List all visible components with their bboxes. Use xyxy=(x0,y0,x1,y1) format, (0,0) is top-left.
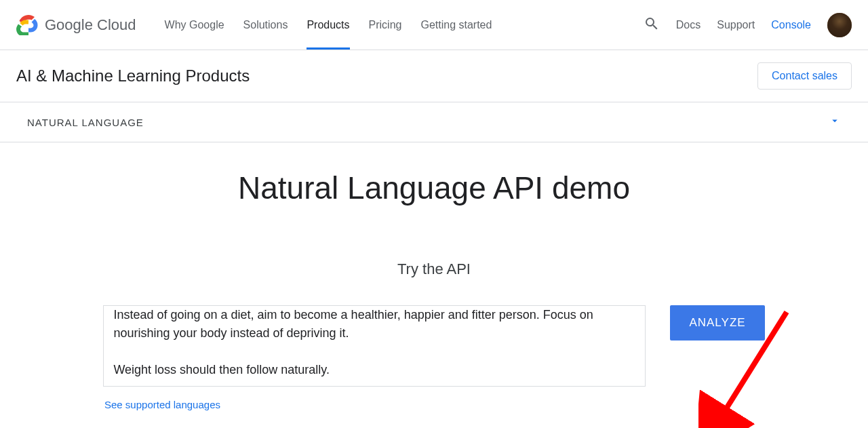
demo-textarea[interactable] xyxy=(103,305,646,387)
logo-group[interactable]: Google Cloud xyxy=(16,15,136,35)
search-icon[interactable] xyxy=(644,16,660,35)
nav-why-google[interactable]: Why Google xyxy=(155,0,234,50)
primary-nav: Why Google Solutions Products Pricing Ge… xyxy=(155,0,502,50)
header-right: Docs Support Console xyxy=(644,13,852,37)
supported-languages-wrap: See supported languages xyxy=(0,389,868,410)
main-header: Google Cloud Why Google Solutions Produc… xyxy=(0,0,868,50)
analyze-button[interactable]: ANALYZE xyxy=(670,305,764,341)
textarea-wrap xyxy=(103,305,646,389)
brand-text: Google Cloud xyxy=(45,16,136,34)
subheader-title: AI & Machine Learning Products xyxy=(16,66,250,85)
page-title: Natural Language API demo xyxy=(0,170,868,206)
contact-sales-button[interactable]: Contact sales xyxy=(757,62,852,90)
sub-header: AI & Machine Learning Products Contact s… xyxy=(0,50,868,102)
support-link[interactable]: Support xyxy=(717,19,755,31)
demo-row: ANALYZE xyxy=(0,305,868,389)
section-expander[interactable]: NATURAL LANGUAGE xyxy=(0,102,868,142)
avatar[interactable] xyxy=(827,13,852,37)
docs-link[interactable]: Docs xyxy=(676,19,701,31)
nav-products[interactable]: Products xyxy=(297,0,359,50)
try-api-label: Try the API xyxy=(0,260,868,278)
main-content: Natural Language API demo Try the API AN… xyxy=(0,142,868,428)
console-link[interactable]: Console xyxy=(771,19,811,31)
expander-title: NATURAL LANGUAGE xyxy=(27,117,144,128)
nav-getting-started[interactable]: Getting started xyxy=(411,0,501,50)
chevron-down-icon xyxy=(829,115,841,130)
google-cloud-logo-icon xyxy=(16,15,41,35)
nav-solutions[interactable]: Solutions xyxy=(234,0,298,50)
supported-languages-link[interactable]: See supported languages xyxy=(104,399,220,410)
nav-pricing[interactable]: Pricing xyxy=(359,0,412,50)
